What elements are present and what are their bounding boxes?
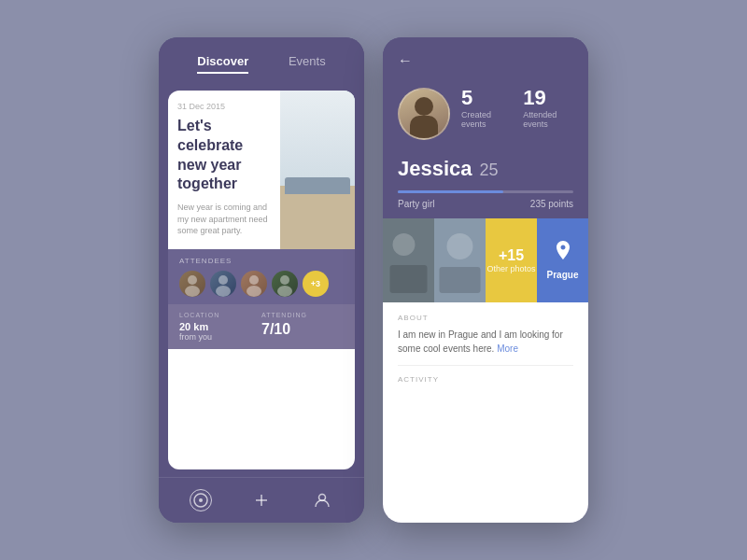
name-section: Jessica 25 (383, 151, 588, 185)
activity-label: ACTIVITY (398, 375, 573, 384)
back-arrow-icon[interactable]: ← (398, 52, 413, 68)
avatar-face-4 (272, 271, 298, 297)
stats-block: 5 Created events 19 Attended events (461, 88, 573, 129)
svg-point-2 (218, 275, 228, 285)
event-image (280, 91, 355, 249)
created-events-number: 5 (461, 88, 508, 108)
more-attendees-badge[interactable]: +3 (303, 271, 329, 297)
tags-row: Party girl 235 points (383, 193, 588, 218)
about-description: I am new in Prague and I am looking for … (398, 329, 563, 354)
event-date: 31 Dec 2015 (177, 102, 271, 111)
attendee-avatar-4[interactable] (272, 271, 298, 297)
svg-point-3 (216, 286, 231, 297)
location-sub: from you (179, 332, 261, 342)
avatars-row: +3 (179, 271, 344, 297)
attending-label: ATTENDING (261, 312, 344, 318)
about-text: I am new in Prague and I am looking for … (398, 328, 573, 356)
city-label: Prague (547, 270, 579, 280)
event-card: 31 Dec 2015 Let's celebrate new year tog… (168, 91, 355, 469)
avatar-face-1 (179, 271, 205, 297)
avatar-inner (400, 90, 448, 138)
left-header: Discover Events (159, 37, 364, 83)
photos-strip: +15 Other photos Prague (383, 218, 588, 302)
about-header-label: ABOUT (398, 314, 573, 322)
location-value: 20 km (179, 321, 261, 332)
attendees-section: ATTENDEES (168, 249, 355, 304)
location-label: LOCATION (179, 312, 261, 318)
svg-point-0 (188, 275, 197, 285)
more-photos-count: +15 (499, 247, 524, 264)
profile-points: 235 points (530, 199, 573, 209)
svg-point-9 (199, 498, 203, 502)
event-description: New year is coming and my new apartment … (177, 202, 271, 237)
right-header: ← (383, 37, 588, 77)
location-pin-icon (554, 241, 572, 268)
tab-discover[interactable]: Discover (197, 54, 248, 74)
avatar-face-2 (210, 271, 236, 297)
city-location-button[interactable]: Prague (537, 218, 588, 302)
profile-age: 25 (480, 161, 499, 180)
nav-profile-icon[interactable] (311, 489, 333, 511)
more-photos-label: Other photos (486, 264, 535, 273)
avatar-body-shape (410, 116, 438, 138)
stat-created: 5 Created events (461, 88, 508, 129)
bottom-nav (159, 477, 364, 523)
svg-point-17 (447, 233, 473, 259)
svg-point-5 (247, 286, 261, 297)
divider (398, 365, 573, 366)
right-phone: ← 5 Created events 19 Attended events Je… (383, 37, 588, 523)
name-age-row: Jessica 25 (398, 157, 573, 181)
attendees-label: ATTENDEES (179, 257, 344, 265)
location-attending-bar: LOCATION 20 km from you ATTENDING 7/10 (168, 304, 355, 349)
profile-section: 5 Created events 19 Attended events (383, 77, 588, 151)
card-text-area: 31 Dec 2015 Let's celebrate new year tog… (168, 91, 280, 249)
nav-add-icon[interactable] (250, 489, 273, 511)
location-block: LOCATION 20 km from you (179, 312, 261, 342)
about-section: ABOUT I am new in Prague and I am lookin… (383, 302, 588, 523)
profile-tag: Party girl (398, 199, 434, 209)
svg-rect-18 (440, 267, 481, 293)
svg-point-7 (277, 286, 292, 297)
svg-point-6 (280, 275, 289, 285)
stat-attended: 19 Attended events (523, 88, 573, 129)
attendee-avatar-2[interactable] (210, 271, 236, 297)
photo-box-1[interactable] (383, 218, 434, 302)
left-phone: Discover Events 31 Dec 2015 Let's celebr… (159, 37, 364, 523)
tab-events[interactable]: Events (289, 54, 326, 74)
svg-point-4 (249, 275, 259, 285)
svg-point-1 (185, 286, 200, 297)
attending-value: 7/10 (261, 321, 344, 338)
event-title: Let's celebrate new year together (177, 117, 271, 194)
avatar-face-3 (241, 271, 267, 297)
more-link[interactable]: More (497, 343, 518, 354)
attended-events-label: Attended events (523, 110, 573, 129)
room-sofa (285, 177, 350, 194)
attendee-avatar-1[interactable] (179, 271, 205, 297)
nav-compass-icon[interactable] (190, 489, 212, 511)
card-top: 31 Dec 2015 Let's celebrate new year tog… (168, 91, 355, 249)
room-wall (280, 91, 355, 186)
profile-name: Jessica (398, 157, 472, 181)
room-image (280, 91, 355, 249)
svg-rect-15 (390, 265, 428, 293)
photo-box-2[interactable] (434, 218, 486, 302)
profile-avatar (398, 88, 450, 140)
attended-events-number: 19 (523, 88, 573, 108)
room-floor (280, 186, 355, 249)
avatar-head-shape (415, 97, 433, 116)
attendee-avatar-3[interactable] (241, 271, 267, 297)
svg-point-14 (393, 233, 416, 256)
created-events-label: Created events (461, 110, 508, 129)
attending-block: ATTENDING 7/10 (261, 312, 344, 342)
more-photos-button[interactable]: +15 Other photos (486, 218, 537, 302)
